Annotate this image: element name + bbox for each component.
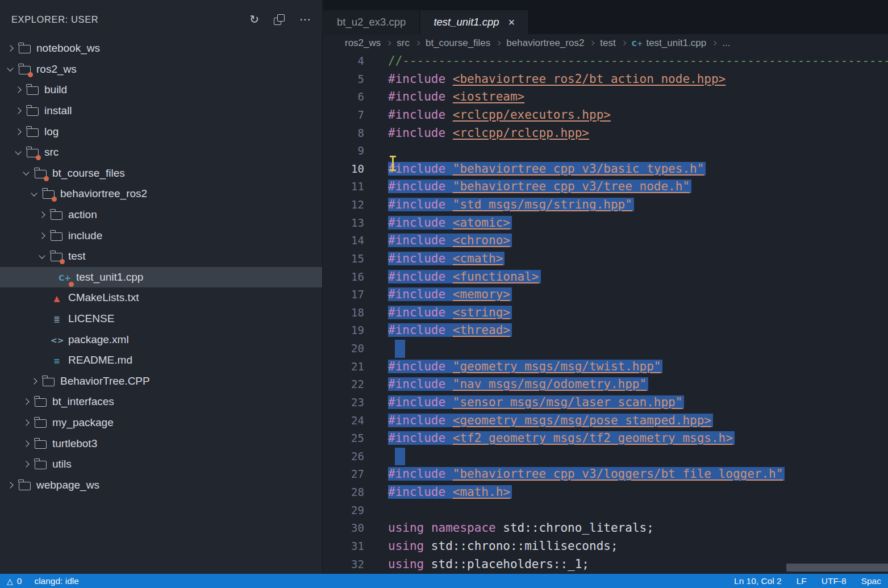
line-number[interactable]: 26 — [323, 448, 388, 466]
code-line-21[interactable]: 21#include "geometry_msgs/msg/twist.hpp" — [323, 358, 888, 376]
breadcrumb-item-behaviortree_ros2[interactable]: behaviortree_ros2 — [506, 37, 584, 49]
horizontal-scrollbar[interactable] — [786, 564, 888, 572]
line-number[interactable]: 7 — [323, 106, 388, 124]
eol-indicator[interactable]: LF — [797, 576, 807, 586]
code-line-6[interactable]: 6#include <iostream> — [323, 88, 888, 106]
close-icon[interactable]: × — [508, 16, 515, 29]
code-line-13[interactable]: 13#include <atomic> — [323, 214, 888, 232]
line-number[interactable]: 32 — [323, 556, 388, 574]
tab-test_unit1.cpp[interactable]: test_unit1.cpp× — [420, 10, 529, 34]
code-line-7[interactable]: 7#include <rclcpp/executors.hpp> — [323, 106, 888, 124]
breadcrumb-item-test_unit1.cpp[interactable]: C+test_unit1.cpp — [632, 37, 707, 49]
code-line-12[interactable]: 12#include "std_msgs/msg/string.hpp" — [323, 196, 888, 214]
code-line-25[interactable]: 25#include <tf2_geometry_msgs/tf2_geomet… — [323, 429, 888, 448]
breadcrumb-item-test[interactable]: test — [600, 37, 615, 49]
tree-item-notebook_ws[interactable]: notebook_ws — [0, 38, 322, 59]
tree-item-ros2_ws[interactable]: ros2_ws — [0, 59, 322, 80]
tree-item-include[interactable]: include — [0, 225, 322, 246]
tab-bt_u2_ex3.cpp[interactable]: bt_u2_ex3.cpp — [323, 10, 420, 34]
line-number[interactable]: 24 — [323, 412, 388, 430]
tree-item-BehaviorTree.CPP[interactable]: BehaviorTree.CPP — [0, 371, 322, 392]
code-line-5[interactable]: 5#include <behaviortree_ros2/bt_action_n… — [323, 70, 888, 89]
indentation-indicator[interactable]: Spac — [861, 576, 881, 586]
code-line-10[interactable]: 10#include "behaviortree_cpp_v3/basic_ty… — [323, 160, 888, 178]
tree-item-action[interactable]: action — [0, 205, 322, 226]
line-number[interactable]: 15 — [323, 250, 388, 268]
tree-item-src[interactable]: src — [0, 142, 322, 163]
line-number[interactable]: 8 — [323, 124, 388, 143]
line-number[interactable]: 27 — [323, 465, 388, 483]
breadcrumb-item-ros2_ws[interactable]: ros2_ws — [345, 37, 381, 49]
tree-item-test_unit1.cpp[interactable]: C+test_unit1.cpp — [0, 267, 322, 288]
code-line-26[interactable]: 26 — [323, 448, 888, 466]
line-number[interactable]: 29 — [323, 502, 388, 520]
line-number[interactable]: 4 — [323, 52, 388, 70]
breadcrumb-item-src[interactable]: src — [397, 37, 410, 49]
clangd-status[interactable]: clangd: idle — [34, 576, 78, 586]
line-number[interactable]: 11 — [323, 178, 388, 196]
code-line-28[interactable]: 28#include <math.h> — [323, 483, 888, 502]
tree-item-behaviortree_ros2[interactable]: behaviortree_ros2 — [0, 184, 322, 205]
line-number[interactable]: 6 — [323, 88, 388, 106]
code-line-22[interactable]: 22#include "nav_msgs/msg/odometry.hpp" — [323, 376, 888, 394]
tree-item-README.md[interactable]: ≡README.md — [0, 350, 322, 371]
code-line-29[interactable]: 29 — [323, 502, 888, 520]
encoding-indicator[interactable]: UTF-8 — [822, 576, 847, 586]
line-number[interactable]: 31 — [323, 537, 388, 556]
line-number[interactable]: 18 — [323, 304, 388, 322]
code-line-14[interactable]: 14#include <chrono> — [323, 232, 888, 250]
more-actions-icon[interactable]: ⋯ — [299, 14, 311, 25]
line-number[interactable]: 10 — [323, 160, 388, 178]
tree-item-webpage_ws[interactable]: webpage_ws — [0, 474, 322, 495]
line-number[interactable]: 19 — [323, 322, 388, 340]
code-line-30[interactable]: 30using namespace std::chrono_literals; — [323, 519, 888, 537]
tree-item-CMakeLists.txt[interactable]: ▲CMakeLists.txt — [0, 287, 322, 308]
tree-item-utils[interactable]: utils — [0, 454, 322, 475]
breadcrumb-item-bt_course_files[interactable]: bt_course_files — [426, 37, 490, 49]
code-line-27[interactable]: 27#include "behaviortree_cpp_v3/loggers/… — [323, 465, 888, 483]
code-line-17[interactable]: 17#include <memory> — [323, 286, 888, 304]
code-line-15[interactable]: 15#include <cmath> — [323, 250, 888, 268]
code-line-20[interactable]: 20 — [323, 340, 888, 358]
code-line-16[interactable]: 16#include <functional> — [323, 268, 888, 286]
tree-item-package.xml[interactable]: <>package.xml — [0, 329, 322, 350]
line-number[interactable]: 17 — [323, 286, 388, 304]
tree-item-bt_interfaces[interactable]: bt_interfaces — [0, 391, 322, 412]
line-number[interactable]: 30 — [323, 519, 388, 537]
line-number[interactable]: 13 — [323, 214, 388, 232]
line-number[interactable]: 20 — [323, 340, 388, 358]
line-number[interactable]: 22 — [323, 376, 388, 394]
code-line-23[interactable]: 23#include "sensor_msgs/msg/laser_scan.h… — [323, 394, 888, 412]
tree-item-log[interactable]: log — [0, 121, 322, 142]
code-line-8[interactable]: 8#include <rclcpp/rclcpp.hpp> — [323, 124, 888, 143]
code-line-24[interactable]: 24#include <geometry_msgs/msg/pose_stamp… — [323, 412, 888, 430]
code-line-9[interactable]: 9 — [323, 142, 888, 160]
line-number[interactable]: 5 — [323, 70, 388, 89]
refresh-icon[interactable]: ↻ — [249, 14, 259, 25]
tree-item-bt_course_files[interactable]: bt_course_files — [0, 163, 322, 184]
line-number[interactable]: 28 — [323, 483, 388, 502]
cursor-position[interactable]: Ln 10, Col 2 — [734, 576, 782, 586]
code-line-4[interactable]: 4//-------------------------------------… — [323, 52, 888, 70]
line-number[interactable]: 9 — [323, 142, 388, 160]
code-line-11[interactable]: 11#include "behaviortree_cpp_v3/tree_nod… — [323, 178, 888, 196]
line-number[interactable]: 21 — [323, 358, 388, 376]
tree-item-test[interactable]: test — [0, 246, 322, 267]
tree-item-my_package[interactable]: my_package — [0, 412, 322, 433]
line-number[interactable]: 23 — [323, 394, 388, 412]
code-line-18[interactable]: 18#include <string> — [323, 304, 888, 322]
tree-item-turtlebot3[interactable]: turtlebot3 — [0, 433, 322, 454]
breadcrumb-item-...[interactable]: ... — [722, 37, 730, 49]
tree-item-build[interactable]: build — [0, 80, 322, 101]
tree-item-install[interactable]: install — [0, 101, 322, 122]
line-number[interactable]: 14 — [323, 232, 388, 250]
problems-indicator[interactable]: △ 0 — [7, 576, 22, 586]
code-line-31[interactable]: 31using std::chrono::milliseconds; — [323, 537, 888, 556]
line-number[interactable]: 12 — [323, 196, 388, 214]
editor-layout-icon[interactable] — [274, 14, 285, 25]
tree-item-LICENSE[interactable]: ≣LICENSE — [0, 308, 322, 330]
code-editor[interactable]: 4//-------------------------------------… — [323, 52, 888, 574]
line-number[interactable]: 25 — [323, 429, 388, 448]
code-line-19[interactable]: 19#include <thread> — [323, 322, 888, 340]
line-number[interactable]: 16 — [323, 268, 388, 286]
